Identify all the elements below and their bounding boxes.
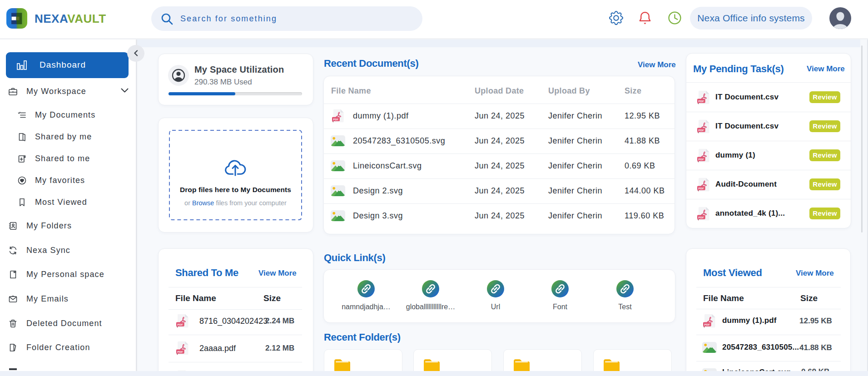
svg-text:PDF: PDF — [699, 100, 704, 103]
svg-text:PDF: PDF — [178, 323, 184, 326]
svg-text:PDF: PDF — [699, 187, 704, 190]
svg-text:PDF: PDF — [178, 351, 184, 353]
svg-text:PDF: PDF — [699, 216, 704, 219]
svg-text:PDF: PDF — [704, 323, 710, 326]
svg-text:PDF: PDF — [699, 158, 704, 161]
svg-text:PDF: PDF — [699, 129, 704, 132]
svg-text:PDF: PDF — [333, 118, 338, 121]
